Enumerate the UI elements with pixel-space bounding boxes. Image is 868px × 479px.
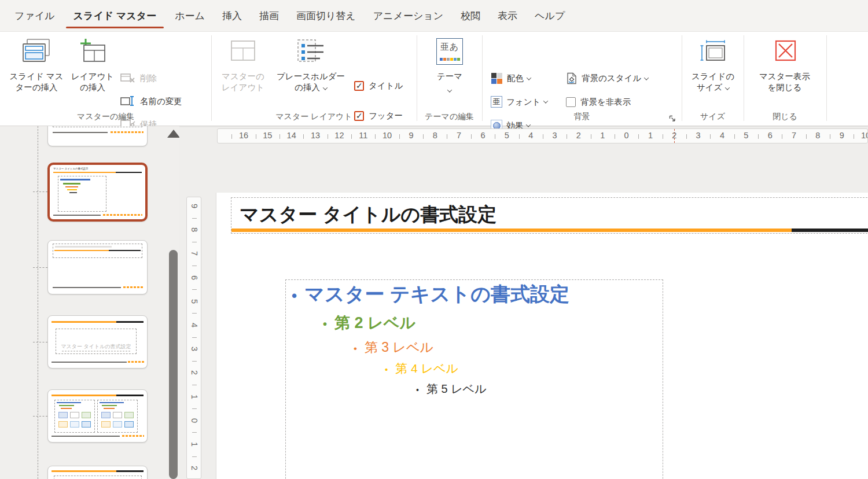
close-master-view-icon bbox=[771, 35, 798, 68]
title-checkbox[interactable]: ✓ タイトル bbox=[354, 80, 403, 91]
ruler-number: 4 bbox=[528, 131, 533, 140]
slide-title-text: マスター タイトルの書式設定 bbox=[240, 202, 496, 228]
hide-background-label: 背景を非表示 bbox=[580, 97, 631, 108]
ruler-tick bbox=[192, 289, 197, 290]
insert-placeholder-button[interactable]: プレースホルダー の挿入 bbox=[269, 35, 352, 93]
rename-icon bbox=[120, 95, 136, 107]
chevron-down-icon bbox=[323, 85, 328, 90]
slide-thumbnail[interactable] bbox=[47, 240, 148, 294]
close-master-view-label-2: を閉じる bbox=[767, 82, 801, 93]
tab-help[interactable]: ヘルプ bbox=[526, 0, 573, 31]
insert-placeholder-label-1: プレースホルダー bbox=[277, 71, 345, 82]
ruler-tick bbox=[192, 242, 197, 242]
slide-canvas: マスター タイトルの書式設定 • マスター テキストの書式設定 • 第 2 レベ… bbox=[216, 193, 868, 479]
deco bbox=[116, 321, 144, 323]
body-level-2: • 第 2 レベル bbox=[323, 312, 415, 333]
ruler-tick bbox=[423, 134, 424, 139]
ruler-tick bbox=[854, 134, 854, 139]
theme-fonts-button[interactable]: 亜 フォント bbox=[491, 96, 547, 108]
tab-animations[interactable]: アニメーション bbox=[365, 0, 452, 31]
deco bbox=[53, 126, 142, 127]
ruler-tick bbox=[303, 134, 304, 139]
ruler-tick bbox=[519, 134, 520, 139]
tab-draw[interactable]: 描画 bbox=[251, 0, 288, 31]
hide-background-checkbox-box bbox=[566, 97, 576, 107]
ruler-number: 2 bbox=[672, 131, 676, 140]
ruler-tick bbox=[567, 134, 567, 139]
insert-slide-master-button[interactable]: スライド マス ターの挿入 bbox=[9, 35, 64, 93]
group-label-background: 背景 bbox=[482, 112, 682, 122]
ruler-tick bbox=[686, 134, 687, 139]
slide-size-icon bbox=[699, 35, 727, 68]
thumbnail-scroll-up-button[interactable] bbox=[167, 130, 179, 138]
hierarchy-connector bbox=[33, 267, 47, 268]
themes-button[interactable]: 亜あ テーマ bbox=[428, 35, 471, 95]
tab-review[interactable]: 校閲 bbox=[452, 0, 489, 31]
ruler-number: 8 bbox=[815, 131, 820, 140]
ruler-number: 9 bbox=[840, 131, 844, 140]
theme-colors-button[interactable]: 配色 bbox=[491, 72, 531, 84]
deco bbox=[53, 132, 108, 133]
ruler-number: 3 bbox=[190, 347, 199, 351]
background-styles-button[interactable]: 背景のスタイル bbox=[566, 72, 648, 84]
slide-thumbnail[interactable] bbox=[47, 389, 148, 443]
slide-thumbnail[interactable] bbox=[47, 466, 148, 479]
ruler-number: 7 bbox=[457, 131, 461, 140]
bullet-icon: • bbox=[323, 318, 327, 331]
group-master-edit: スライド マス ターの挿入 レイアウト の挿入 bbox=[0, 32, 211, 126]
insert-layout-button[interactable]: レイアウト の挿入 bbox=[66, 35, 119, 93]
vertical-ruler: 987654321012 bbox=[186, 197, 201, 479]
ruler-tick bbox=[192, 361, 197, 362]
body-level-4-text: 第 4 レベル bbox=[395, 360, 458, 377]
thumb-mini-title: マスター タイトルの書式設定 bbox=[56, 343, 136, 351]
deco bbox=[97, 400, 138, 433]
deco bbox=[53, 215, 101, 216]
ruler-tick bbox=[710, 134, 711, 139]
tab-insert[interactable]: 挿入 bbox=[214, 0, 251, 31]
slide-size-button[interactable]: スライドの サイズ bbox=[691, 35, 735, 93]
tab-slide-master[interactable]: スライド マスター bbox=[64, 0, 167, 31]
ruler-tick bbox=[543, 134, 543, 139]
deco bbox=[54, 400, 95, 433]
group-label-size: サイズ bbox=[682, 112, 744, 122]
thumbnail-scrollbar[interactable] bbox=[169, 250, 178, 479]
body-placeholder[interactable]: • マスター テキストの書式設定 • 第 2 レベル • 第 3 レベル • 第… bbox=[285, 279, 663, 479]
body-level-3: • 第 3 レベル bbox=[354, 338, 433, 356]
deco bbox=[52, 395, 116, 396]
ruler-number: 9 bbox=[409, 131, 413, 140]
insert-slide-master-icon bbox=[22, 35, 51, 68]
title-checkbox-label: タイトル bbox=[369, 80, 403, 91]
ruler-number: 5 bbox=[190, 299, 199, 304]
title-accent-bar-orange bbox=[231, 229, 792, 232]
deco bbox=[52, 321, 116, 323]
tab-file[interactable]: ファイル bbox=[6, 0, 64, 31]
master-layout-label-2: レイアウト bbox=[222, 82, 264, 93]
master-layout-label-1: マスターの bbox=[222, 71, 264, 82]
ruler-tick bbox=[663, 134, 663, 139]
hide-background-checkbox[interactable]: 背景を非表示 bbox=[566, 97, 631, 108]
ruler-number: 6 bbox=[480, 131, 485, 140]
powerpoint-slide-master-window: ファイル スライド マスター ホーム 挿入 描画 画面切り替え アニメーション … bbox=[0, 0, 868, 479]
ruler-number: 8 bbox=[433, 131, 437, 140]
title-placeholder[interactable]: マスター タイトルの書式設定 bbox=[231, 197, 868, 234]
rename-button[interactable]: 名前の変更 bbox=[120, 95, 182, 107]
ruler-tick bbox=[256, 134, 256, 139]
bullet-icon: • bbox=[354, 343, 357, 355]
insert-placeholder-icon bbox=[296, 35, 326, 68]
chevron-down-icon bbox=[447, 87, 452, 92]
title-checkbox-box: ✓ bbox=[354, 81, 364, 91]
close-master-view-button[interactable]: マスター表示 を閉じる bbox=[754, 35, 815, 93]
tab-home[interactable]: ホーム bbox=[166, 0, 214, 31]
tab-transitions[interactable]: 画面切り替え bbox=[288, 0, 365, 31]
deco bbox=[128, 361, 144, 363]
slide-thumbnail-selected[interactable]: マスター タイトルの書式設定 bbox=[47, 163, 148, 222]
ruler-tick bbox=[615, 134, 615, 139]
slide-thumbnail[interactable] bbox=[47, 126, 148, 146]
slide-thumbnail[interactable]: マスター タイトルの書式設定 bbox=[47, 315, 148, 369]
ruler-number: 1 bbox=[190, 395, 199, 399]
close-master-view-label-1: マスター表示 bbox=[759, 71, 810, 82]
tab-view[interactable]: 表示 bbox=[489, 0, 526, 31]
deco bbox=[116, 470, 144, 472]
background-styles-label: 背景のスタイル bbox=[582, 73, 641, 84]
master-layout-button: マスターの レイアウト bbox=[218, 35, 268, 93]
